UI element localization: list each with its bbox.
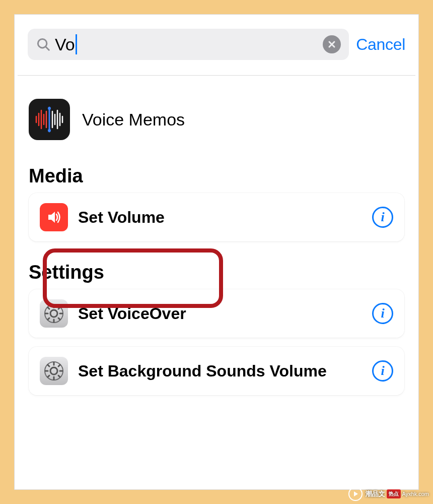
action-label: Set VoiceOver <box>78 304 362 323</box>
info-icon: i <box>381 307 384 320</box>
svg-point-28 <box>50 367 57 374</box>
svg-line-25 <box>58 307 60 309</box>
action-label: Set Background Sounds Volume <box>78 362 362 381</box>
info-button[interactable]: i <box>372 360 393 382</box>
watermark-badge: 热点 <box>387 489 401 498</box>
svg-line-35 <box>58 365 60 366</box>
clear-search-button[interactable] <box>323 35 341 53</box>
volume-icon <box>40 203 68 231</box>
watermark-url: Ayxhk.com <box>402 491 429 497</box>
action-set-voiceover[interactable]: Set VoiceOver i <box>29 289 404 338</box>
results-content: Voice Memos Media Set Volume i Settings <box>18 99 415 395</box>
settings-gear-icon <box>40 357 68 385</box>
info-button[interactable]: i <box>372 207 393 228</box>
section-header-settings: Settings <box>29 262 404 283</box>
search-input-text[interactable]: Vo <box>55 34 77 54</box>
svg-point-10 <box>48 107 51 110</box>
info-icon: i <box>381 211 384 224</box>
settings-gear-icon <box>40 299 68 328</box>
info-icon: i <box>381 364 384 377</box>
app-result-voice-memos[interactable]: Voice Memos <box>29 99 404 140</box>
cancel-button[interactable]: Cancel <box>356 35 405 54</box>
search-query: Vo <box>55 35 75 54</box>
search-icon <box>36 37 51 52</box>
search-field[interactable]: Vo <box>28 29 349 60</box>
info-button[interactable]: i <box>372 303 393 324</box>
header-divider <box>18 75 415 76</box>
screenshot-frame: Vo Cancel <box>14 14 419 490</box>
svg-line-23 <box>48 307 49 309</box>
watermark: 潮品文 热点 Ayxhk.com <box>348 487 429 501</box>
svg-line-33 <box>48 365 49 366</box>
text-caret <box>76 34 77 54</box>
app-label: Voice Memos <box>82 110 185 130</box>
svg-line-36 <box>48 375 49 377</box>
section-header-media: Media <box>29 165 404 187</box>
watermark-play-icon <box>348 487 363 501</box>
action-set-volume[interactable]: Set Volume i <box>29 193 404 241</box>
action-label: Set Volume <box>78 208 362 227</box>
watermark-text: 潮品文 <box>366 489 386 498</box>
voice-memos-icon <box>29 99 70 140</box>
screen-inner: Vo Cancel <box>18 18 415 489</box>
search-bar-row: Vo Cancel <box>18 18 415 71</box>
svg-line-24 <box>58 318 60 320</box>
svg-line-1 <box>46 47 49 50</box>
svg-line-26 <box>48 318 49 320</box>
svg-point-11 <box>48 129 51 132</box>
svg-point-18 <box>50 310 57 317</box>
svg-line-34 <box>58 375 60 377</box>
action-set-bg-sounds-volume[interactable]: Set Background Sounds Volume i <box>29 347 404 395</box>
